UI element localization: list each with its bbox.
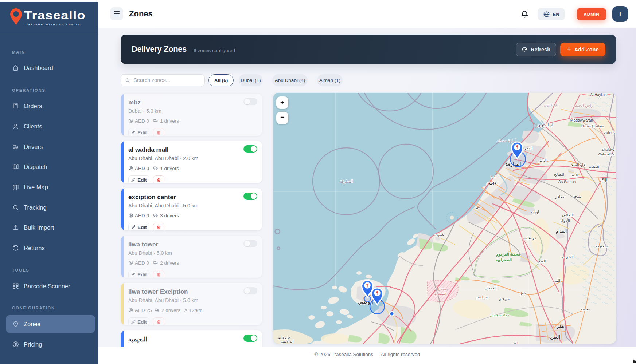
svg-text:الشارقة: الشارقة (340, 179, 353, 184)
svg-text:رملة سويحان: رملة سويحان (490, 313, 509, 317)
svg-text:أمارة عحمان: أمارة عحمان (497, 138, 516, 143)
svg-text:محضة: محضة (581, 307, 590, 311)
svg-text:دبي: دبي (489, 179, 496, 185)
svg-text:الزبير: الزبير (538, 158, 547, 162)
svg-text:أم القيوين: أم القيوين (543, 102, 558, 107)
svg-text:مصفوت: مصفوت (596, 244, 608, 248)
svg-text:هيلي: هيلي (557, 324, 564, 329)
svg-text:Himer Al 'Alam: Himer Al 'Alam (581, 124, 604, 128)
svg-text:مدينة رائد: مدينة رائد (436, 287, 448, 291)
svg-text:As Saman: As Saman (558, 179, 576, 184)
svg-text:الذيد: الذيد (571, 173, 578, 177)
svg-text:Siji: Siji (602, 178, 607, 182)
svg-text:الصحراوية: الصحراوية (496, 257, 512, 262)
svg-text:ناهل: ناهل (519, 291, 526, 295)
svg-text:Zahir A: Zahir A (604, 131, 615, 135)
svg-text:قريطيسه: قريطيسه (523, 236, 536, 240)
svg-text:الفقع: الفقع (538, 259, 546, 263)
svg-text:الخوالد: الخوالد (560, 219, 570, 223)
svg-text:دبي: دبي (476, 205, 482, 209)
svg-text:Sha'biyy: Sha'biyy (601, 147, 614, 151)
svg-text:ديرة: ديرة (490, 174, 496, 178)
svg-text:العين: العين (550, 334, 560, 340)
svg-text:محمية المرموم: محمية المرموم (496, 252, 520, 257)
svg-text:Al Hayilah: Al Hayilah (590, 93, 606, 97)
svg-text:البحائص: البحائص (562, 213, 574, 217)
svg-text:العسكرية: العسكرية (434, 292, 446, 296)
svg-text:الهير: الهير (553, 278, 560, 282)
svg-text:فلح المعلا: فلح المعلا (571, 163, 585, 167)
svg-text:الختم: الختم (511, 341, 519, 344)
svg-text:محافز: محافز (555, 195, 564, 199)
svg-text:Qabr al Ya: Qabr al Ya (598, 152, 615, 156)
svg-text:Maqawwarah: Maqawwarah (570, 118, 593, 122)
svg-text:سويحان: سويحان (499, 297, 510, 301)
svg-text:راس الخيمة: راس الخيمة (573, 103, 593, 108)
svg-text:الصامة: الصامة (589, 165, 599, 169)
svg-text:أم القيوين: أم القيوين (537, 122, 553, 127)
svg-text:جزيرة أبو: جزيرة أبو (278, 335, 290, 339)
svg-text:المدام: المدام (556, 229, 567, 234)
svg-text:العجمان: العجمان (485, 286, 496, 290)
svg-text:غنتوت: غنتوت (434, 233, 444, 237)
svg-text:لهياب: لهياب (531, 210, 539, 214)
svg-text:مليحة: مليحة (573, 194, 581, 198)
svg-text:النطانح: النطانح (554, 173, 564, 177)
svg-text:الشويب: الشويب (562, 255, 574, 259)
svg-text:نقا الذيب: نقا الذيب (475, 295, 488, 299)
svg-text:أبو الأبيض: أبو الأبيض (281, 339, 293, 343)
